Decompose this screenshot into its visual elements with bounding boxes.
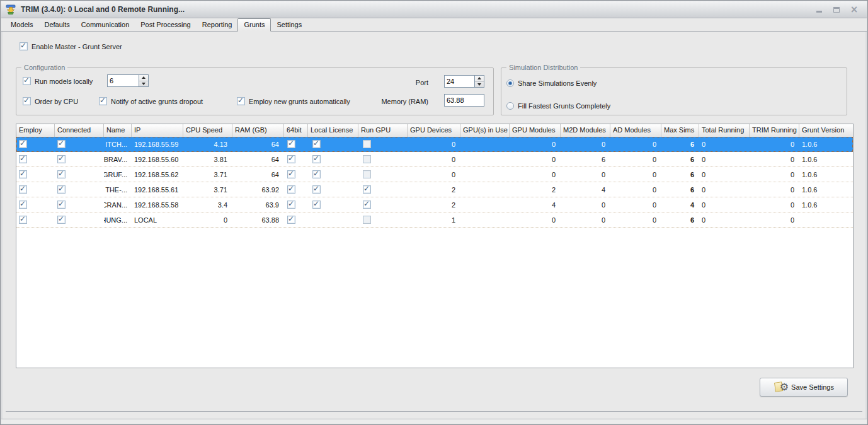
cell-ad-modules: 0 bbox=[610, 212, 661, 228]
port-spinner[interactable] bbox=[444, 75, 484, 88]
cell-trim-running: 0 bbox=[750, 197, 799, 212]
checkbox-box[interactable] bbox=[99, 97, 107, 105]
column-header-gpu-devices[interactable]: GPU Devices bbox=[408, 124, 460, 137]
employ-checkbox[interactable] bbox=[19, 170, 27, 178]
checkbox-box[interactable] bbox=[23, 97, 31, 105]
notify-dropout-checkbox[interactable]: Notify of active grunts dropout bbox=[99, 97, 203, 105]
save-settings-button[interactable]: ⚙ Save Settings bbox=[760, 378, 848, 397]
cell-cpu-speed: 3.4 bbox=[183, 197, 232, 212]
checkbox-box[interactable] bbox=[20, 42, 28, 50]
column-header-trim-running[interactable]: TRIM Running bbox=[750, 124, 799, 137]
bit64-checkbox[interactable] bbox=[287, 216, 295, 224]
cell-trim-running: 0 bbox=[750, 212, 799, 228]
column-header-local-license[interactable]: Local License bbox=[308, 124, 358, 137]
maximize-button[interactable] bbox=[831, 5, 842, 14]
bit64-checkbox[interactable] bbox=[287, 170, 295, 178]
radio-share-simulations-evenly[interactable]: Share Simulations Evenly bbox=[506, 79, 597, 87]
local-models-spinner[interactable] bbox=[107, 74, 149, 87]
bit64-checkbox[interactable] bbox=[287, 155, 295, 163]
column-header-name[interactable]: Name bbox=[104, 124, 132, 137]
run-models-locally-checkbox[interactable]: Run models locally bbox=[23, 77, 93, 85]
connected-checkbox[interactable] bbox=[57, 185, 66, 194]
column-header-bit64[interactable]: 64bit bbox=[284, 124, 308, 137]
cell-gpu-modules: 0 bbox=[510, 212, 561, 228]
tab-defaults[interactable]: Defaults bbox=[38, 20, 75, 31]
cell-max-sims: 4 bbox=[661, 197, 699, 212]
spin-up-icon[interactable] bbox=[475, 76, 484, 82]
column-header-cpu-speed[interactable]: CPU Speed bbox=[183, 124, 232, 137]
close-button[interactable]: × bbox=[849, 5, 859, 14]
column-header-ad-modules[interactable]: AD Modules bbox=[610, 124, 661, 137]
bit64-checkbox[interactable] bbox=[287, 185, 295, 194]
table-row[interactable]: THE-...192.168.55.613.7163.9222406001.0.… bbox=[16, 182, 853, 197]
memory-ram-field[interactable] bbox=[444, 94, 484, 107]
port-value[interactable] bbox=[445, 76, 474, 87]
local-license-checkbox[interactable] bbox=[312, 185, 321, 194]
cell-ip: LOCAL bbox=[132, 212, 183, 228]
run-gpu-checkbox[interactable] bbox=[363, 216, 371, 224]
column-header-run-gpu[interactable]: Run GPU bbox=[358, 124, 408, 137]
radio-button[interactable] bbox=[506, 79, 514, 87]
employ-checkbox[interactable] bbox=[19, 216, 27, 224]
tab-models[interactable]: Models bbox=[5, 20, 38, 31]
cell-employ bbox=[16, 182, 55, 197]
cell-employ bbox=[16, 137, 55, 152]
tab-settings[interactable]: Settings bbox=[271, 20, 307, 31]
run-gpu-checkbox[interactable] bbox=[363, 140, 371, 148]
run-gpu-checkbox[interactable] bbox=[363, 155, 371, 163]
column-header-grunt-version[interactable]: Grunt Version bbox=[799, 124, 854, 137]
table-row[interactable]: GRUF...192.168.55.623.716400006001.0.6 bbox=[16, 167, 853, 182]
connected-checkbox[interactable] bbox=[57, 170, 66, 178]
column-header-max-sims[interactable]: Max Sims bbox=[661, 124, 699, 137]
column-header-gpu-modules[interactable]: GPU Modules bbox=[510, 124, 561, 137]
employ-checkbox[interactable] bbox=[19, 155, 27, 163]
cell-cpu-speed: 3.71 bbox=[183, 182, 232, 197]
column-header-total-running[interactable]: Total Running bbox=[699, 124, 750, 137]
employ-new-grunts-checkbox[interactable]: Employ new grunts automatically bbox=[237, 97, 350, 105]
tab-communication[interactable]: Communication bbox=[76, 20, 135, 31]
run-gpu-checkbox[interactable] bbox=[363, 170, 371, 178]
spin-down-icon[interactable] bbox=[139, 81, 148, 87]
connected-checkbox[interactable] bbox=[57, 201, 66, 209]
local-license-checkbox[interactable] bbox=[312, 201, 321, 209]
table-row[interactable]: HUNG...LOCAL063.881000600 bbox=[16, 212, 853, 228]
order-by-cpu-checkbox[interactable]: Order by CPU bbox=[23, 97, 78, 105]
run-gpu-checkbox[interactable] bbox=[363, 185, 371, 194]
connected-checkbox[interactable] bbox=[57, 216, 66, 224]
spin-down-icon[interactable] bbox=[475, 82, 484, 88]
local-license-checkbox[interactable] bbox=[312, 140, 321, 148]
table-row[interactable]: CRAN...192.168.55.583.463.924004001.0.6 bbox=[16, 197, 853, 212]
employ-checkbox[interactable] bbox=[19, 140, 27, 148]
column-header-connected[interactable]: Connected bbox=[55, 124, 104, 137]
enable-master-grunt-server-checkbox[interactable]: Enable Master - Grunt Server bbox=[20, 42, 122, 50]
employ-checkbox[interactable] bbox=[19, 185, 27, 194]
spin-up-icon[interactable] bbox=[139, 75, 148, 81]
local-license-checkbox[interactable] bbox=[312, 155, 321, 163]
radio-fill-fastest-grunts-completely[interactable]: Fill Fastest Grunts Completely bbox=[506, 102, 610, 110]
minimize-button[interactable] bbox=[814, 5, 824, 14]
tab-grunts[interactable]: Grunts bbox=[237, 18, 271, 32]
table-row[interactable]: BRAV...192.168.55.603.816400606001.0.6 bbox=[16, 152, 853, 167]
checkbox-box[interactable] bbox=[23, 77, 31, 85]
employ-checkbox[interactable] bbox=[19, 201, 27, 209]
local-models-value[interactable] bbox=[108, 75, 138, 86]
radio-button[interactable] bbox=[506, 102, 514, 110]
local-license-checkbox[interactable] bbox=[312, 170, 321, 178]
run-gpu-checkbox[interactable] bbox=[363, 201, 371, 209]
tab-post-processing[interactable]: Post Processing bbox=[135, 20, 196, 31]
column-header-m2d-modules[interactable]: M2D Modules bbox=[561, 124, 610, 137]
bit64-checkbox[interactable] bbox=[287, 201, 295, 209]
title-bar[interactable]: TRIM (3.4.0): 0 Local and 0 Remote Runni… bbox=[1, 1, 867, 18]
simulation-distribution-title: Simulation Distribution bbox=[506, 64, 580, 71]
column-header-ip[interactable]: IP bbox=[132, 124, 183, 137]
bit64-checkbox[interactable] bbox=[287, 140, 295, 148]
column-header-gpus-in-use[interactable]: GPU(s) in Use bbox=[460, 124, 510, 137]
connected-checkbox[interactable] bbox=[57, 140, 66, 148]
tab-reporting[interactable]: Reporting bbox=[197, 20, 238, 31]
checkbox-box[interactable] bbox=[237, 97, 245, 105]
connected-checkbox[interactable] bbox=[57, 155, 66, 163]
column-header-ram-gb[interactable]: RAM (GB) bbox=[232, 124, 284, 137]
memory-ram-value[interactable] bbox=[445, 95, 484, 106]
column-header-employ[interactable]: Employ bbox=[16, 124, 55, 137]
table-row[interactable]: ITCH...192.168.55.594.136400006001.0.6 bbox=[16, 137, 853, 152]
